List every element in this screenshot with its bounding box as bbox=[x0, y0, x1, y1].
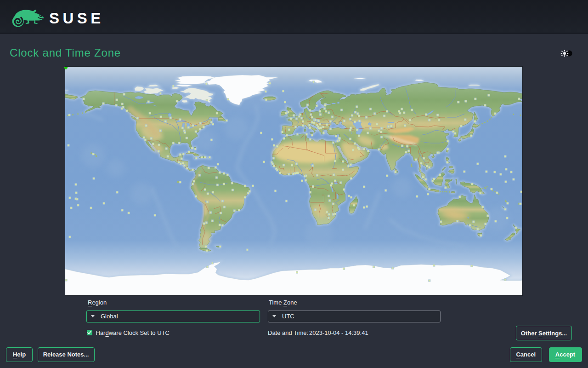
datetime-label: Date and Time: bbox=[268, 329, 308, 336]
timezone-label: Time Zone bbox=[269, 299, 297, 306]
checkmark-icon bbox=[87, 331, 91, 334]
accept-button[interactable]: Accept bbox=[549, 347, 582, 362]
page-title: Clock and Time Zone bbox=[10, 46, 121, 59]
region-dropdown[interactable]: Global bbox=[86, 310, 260, 322]
theme-toggle-button[interactable] bbox=[557, 46, 574, 60]
cancel-button[interactable]: Cancel bbox=[510, 347, 543, 362]
checkbox-checked[interactable] bbox=[87, 330, 92, 335]
datetime-value: 2023-10-04 - 14:39:41 bbox=[309, 329, 368, 336]
hardware-clock-checkbox-row[interactable]: Hardware Clock Set to UTC bbox=[87, 329, 170, 336]
chevron-down-icon bbox=[272, 315, 276, 317]
timezone-dropdown[interactable]: UTC bbox=[268, 310, 441, 322]
timezone-world-map[interactable] bbox=[65, 67, 522, 295]
logo-wordmark: SUSE bbox=[49, 9, 104, 27]
suse-chameleon-icon bbox=[11, 9, 45, 28]
hardware-clock-label: Hardware Clock Set to UTC bbox=[96, 329, 170, 336]
sun-moon-theme-toggle-icon bbox=[557, 46, 574, 60]
help-button[interactable]: Help bbox=[6, 347, 33, 362]
chevron-down-icon bbox=[91, 315, 95, 317]
release-notes-button[interactable]: Release Notes... bbox=[38, 347, 95, 362]
timezone-value: UTC bbox=[282, 313, 294, 320]
world-map-svg bbox=[65, 67, 522, 295]
other-settings-button[interactable]: Other Settings... bbox=[516, 326, 572, 340]
region-label: Region bbox=[88, 299, 107, 306]
clock-timezone-screen: {"window":{"app":"YaST installer","scree… bbox=[0, 0, 588, 368]
region-value: Global bbox=[101, 313, 118, 320]
header-bar: SUSE bbox=[0, 0, 588, 34]
suse-logo: SUSE bbox=[11, 9, 104, 28]
